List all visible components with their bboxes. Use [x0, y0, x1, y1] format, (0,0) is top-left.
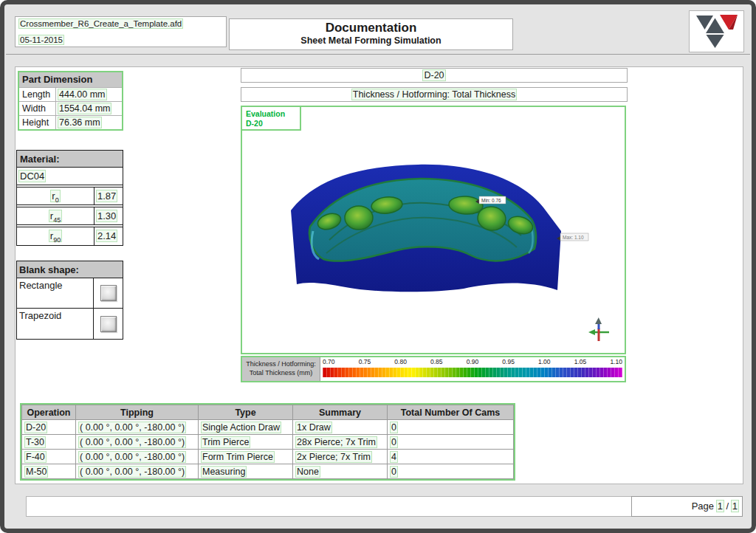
max-annotation-flag: Max: 1.10 — [557, 233, 588, 241]
rainbow-colorbar — [323, 368, 622, 377]
legend-scale: 0.70 0.75 0.80 0.85 0.90 0.95 1.00 1.05 … — [320, 357, 625, 381]
result-variable-box: Thickness / Hotforming: Total Thickness — [241, 87, 628, 102]
dimension-label: Width — [19, 102, 56, 115]
table-row: Rectangle — [17, 278, 123, 309]
table-row: D-20 ( 0.00 °, 0.00 °, -180.00 °) Single… — [22, 420, 514, 435]
page-label: Page — [692, 501, 714, 512]
tick-label: 0.85 — [430, 358, 443, 368]
column-header: Tipping — [76, 405, 199, 420]
table-row: Height 76.36 mm — [19, 115, 122, 129]
table-header-row: Operation Tipping Type Summary Total Num… — [22, 405, 514, 420]
document-title-box: Documentation Sheet Metal Forming Simula… — [229, 18, 513, 50]
blank-shape-option-label: Rectangle — [17, 278, 94, 308]
tick-label: 1.00 — [538, 358, 551, 368]
table-row: Trapezoid — [17, 309, 123, 339]
r-value-label: r90 — [17, 227, 94, 245]
table-row: Length 444.00 mm — [19, 87, 122, 101]
dimension-label: Height — [19, 116, 56, 129]
legend-ticks: 0.70 0.75 0.80 0.85 0.90 0.95 1.00 1.05 … — [323, 358, 622, 368]
dimension-value: 76.36 mm — [56, 116, 122, 129]
color-legend: Thickness / Hotforming: Total Thickness … — [241, 356, 626, 382]
operations-table: Operation Tipping Type Summary Total Num… — [20, 403, 515, 481]
file-date: 05-11-2015 — [19, 35, 222, 44]
column-header: Operation — [22, 405, 76, 420]
material-name: DC04 — [17, 168, 123, 185]
tick-label: 1.05 — [574, 358, 587, 368]
part-dimension-table: Part Dimension Length 444.00 mm Width 15… — [18, 71, 123, 131]
table-row: Width 1554.04 mm — [19, 101, 122, 115]
blank-shape-option-label: Trapezoid — [17, 309, 94, 339]
material-title: Material: — [17, 151, 123, 168]
header-divider — [6, 54, 750, 55]
tick-label: 0.90 — [467, 358, 479, 368]
blank-shape-title: Blank shape: — [17, 261, 123, 278]
r-value: 1.30 — [94, 207, 123, 224]
operation-title-box: D-20 — [241, 68, 628, 83]
dimension-value: 1554.04 mm — [56, 102, 122, 115]
tick-label: 1.10 — [610, 358, 622, 368]
svg-text:Min: 0.76: Min: 0.76 — [481, 198, 501, 203]
content-page: Part Dimension Length 444.00 mm Width 15… — [15, 66, 743, 484]
table-row: F-40 ( 0.00 °, 0.00 °, -180.00 °) Form T… — [22, 450, 514, 464]
evaluation-label: Evaluation D-20 — [241, 106, 301, 131]
blank-shape-table: Blank shape: Rectangle Trapezoid — [16, 261, 123, 340]
logo-box — [689, 10, 744, 52]
table-row: r0 1.87 — [17, 187, 123, 205]
r-value-label: r0 — [17, 188, 94, 204]
r-value-label: r45 — [17, 207, 94, 224]
evaluation-viewport: Evaluation D-20 — [241, 106, 626, 354]
axis-triad-icon — [588, 317, 609, 341]
table-row: r90 2.14 — [17, 227, 123, 245]
column-header: Summary — [293, 405, 388, 420]
file-name: Crossmember_R6_Create_a_Template.afd — [19, 19, 222, 28]
legend-label: Thickness / Hotforming: Total Thickness … — [242, 357, 320, 381]
document-page: Crossmember_R6_Create_a_Template.afd 05-… — [0, 0, 756, 533]
embossment-bump — [345, 206, 373, 230]
tick-label: 0.70 — [323, 358, 335, 368]
tick-label: 0.95 — [502, 358, 515, 368]
tick-label: 0.75 — [359, 358, 371, 368]
dimension-label: Length — [19, 88, 56, 101]
page-title: Documentation — [230, 21, 512, 35]
table-row: T-30 ( 0.00 °, 0.00 °, -180.00 °) Trim P… — [22, 435, 514, 450]
part-dimension-title: Part Dimension — [19, 72, 122, 87]
table-row: r45 1.30 — [17, 207, 123, 225]
page-subtitle: Sheet Metal Forming Simulation — [230, 35, 512, 46]
current-page: 1 — [717, 501, 724, 512]
min-annotation-flag: Min: 0.76 — [475, 196, 506, 204]
trapezoid-checkbox[interactable] — [100, 316, 117, 332]
column-header: Type — [199, 405, 293, 420]
r-value: 1.87 — [94, 188, 123, 204]
material-table: Material: DC04 r0 1.87 r45 1.30 r90 2.14 — [16, 150, 123, 246]
r-value: 2.14 — [94, 227, 123, 245]
dimension-value: 444.00 mm — [56, 88, 122, 101]
svg-text:Max: 1.10: Max: 1.10 — [563, 235, 584, 240]
file-info-box: Crossmember_R6_Create_a_Template.afd 05-… — [15, 16, 227, 47]
page-number-box: Page 1 / 1 — [631, 496, 743, 517]
tick-label: 0.80 — [394, 358, 407, 368]
total-pages: 1 — [732, 501, 738, 512]
column-header: Total Number Of Cams — [388, 405, 514, 420]
simulation-result-image[interactable]: Min: 0.76 Max: 1.10 — [242, 107, 625, 353]
table-row: M-50 ( 0.00 °, 0.00 °, -180.00 °) Measur… — [22, 464, 514, 479]
autoform-logo-icon — [695, 15, 738, 49]
rectangle-checkbox[interactable] — [100, 285, 117, 301]
